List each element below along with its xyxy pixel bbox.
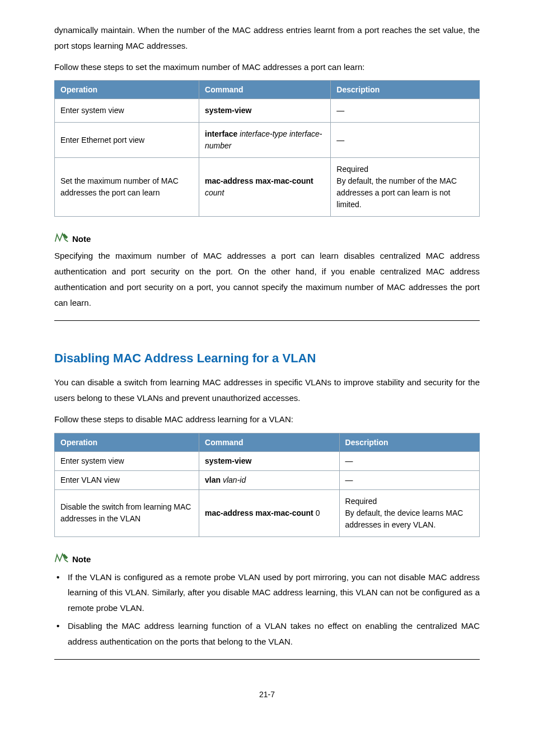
cell-command: mac-address max-mac-count 0 bbox=[199, 489, 339, 536]
cell-command: vlan vlan-id bbox=[199, 470, 339, 489]
col-header-command: Command bbox=[199, 433, 339, 451]
cmd-bold: vlan bbox=[205, 475, 221, 484]
cell-operation: Enter system view bbox=[55, 99, 199, 123]
cell-command: interface interface-type interface-numbe… bbox=[199, 123, 331, 158]
cell-operation: Enter VLAN view bbox=[55, 470, 199, 489]
intro-paragraph-1: dynamically maintain. When the number of… bbox=[54, 22, 480, 54]
cmd-tail: 0 bbox=[313, 508, 320, 517]
table-row: Enter VLAN view vlan vlan-id — bbox=[55, 470, 480, 489]
cell-description: — bbox=[331, 123, 480, 158]
note-label: Note bbox=[72, 554, 91, 564]
table-row: Enter Ethernet port view interface inter… bbox=[55, 123, 480, 158]
desc-required: Required bbox=[336, 164, 474, 175]
note-body: Specifying the maximum number of MAC add… bbox=[54, 248, 480, 310]
cell-description: — bbox=[339, 470, 479, 489]
desc-default: By default, the number of the MAC addres… bbox=[336, 175, 474, 211]
note-block-1: Note Specifying the maximum number of MA… bbox=[54, 232, 480, 321]
section-paragraph-1: You can disable a switch from learning M… bbox=[54, 375, 480, 406]
table-row: Enter system view system-view — bbox=[55, 451, 480, 470]
list-item: If the VLAN is configured as a remote pr… bbox=[54, 570, 480, 616]
note-pencil-icon bbox=[54, 553, 69, 564]
cmd-args: vlan-id bbox=[221, 475, 246, 484]
col-header-description: Description bbox=[331, 81, 480, 99]
cell-description: — bbox=[339, 451, 479, 470]
cell-description: Required By default, the device learns M… bbox=[339, 489, 479, 536]
command-table-1: Operation Command Description Enter syst… bbox=[54, 80, 480, 217]
note-header: Note bbox=[54, 553, 480, 564]
cell-command: mac-address max-mac-count count bbox=[199, 158, 331, 217]
list-item: Disabling the MAC address learning funct… bbox=[54, 618, 480, 650]
note-list: If the VLAN is configured as a remote pr… bbox=[54, 570, 480, 650]
cell-operation: Enter Ethernet port view bbox=[55, 123, 199, 158]
note-divider bbox=[54, 659, 480, 660]
cmd-bold: interface bbox=[205, 129, 237, 138]
cmd-bold: mac-address max-mac-count bbox=[205, 508, 313, 517]
table-header-row: Operation Command Description bbox=[55, 81, 480, 99]
cell-command: system-view bbox=[199, 451, 339, 470]
table-row: Set the maximum number of MAC addresses … bbox=[55, 158, 480, 217]
col-header-command: Command bbox=[199, 81, 331, 99]
cmd-args: count bbox=[205, 188, 224, 197]
page-container: dynamically maintain. When the number of… bbox=[54, 0, 480, 732]
desc-required: Required bbox=[345, 496, 474, 507]
intro-paragraph-2: Follow these steps to set the maximum nu… bbox=[54, 59, 480, 75]
command-table-2: Operation Command Description Enter syst… bbox=[54, 433, 480, 537]
cell-operation: Disable the switch from learning MAC add… bbox=[55, 489, 199, 536]
section-heading: Disabling MAC Address Learning for a VLA… bbox=[54, 351, 480, 366]
table-header-row: Operation Command Description bbox=[55, 433, 480, 451]
cell-operation: Set the maximum number of MAC addresses … bbox=[55, 158, 199, 217]
note-label: Note bbox=[72, 234, 91, 244]
page-number: 21-7 bbox=[54, 690, 480, 699]
cell-description: Required By default, the number of the M… bbox=[331, 158, 480, 217]
col-header-description: Description bbox=[339, 433, 479, 451]
note-pencil-icon bbox=[54, 232, 69, 244]
note-block-2: Note If the VLAN is configured as a remo… bbox=[54, 553, 480, 660]
table-row: Enter system view system-view — bbox=[55, 99, 480, 123]
cmd-bold: mac-address max-mac-count bbox=[205, 176, 313, 185]
desc-default: By default, the device learns MAC addres… bbox=[345, 507, 474, 531]
cell-operation: Enter system view bbox=[55, 451, 199, 470]
cell-command: system-view bbox=[199, 99, 331, 123]
section-paragraph-2: Follow these steps to disable MAC addres… bbox=[54, 412, 480, 427]
col-header-operation: Operation bbox=[55, 433, 199, 451]
cell-description: — bbox=[331, 99, 480, 123]
cmd-bold: system-view bbox=[205, 106, 251, 115]
cmd-bold: system-view bbox=[205, 456, 251, 465]
note-divider bbox=[54, 320, 480, 321]
col-header-operation: Operation bbox=[55, 81, 199, 99]
note-header: Note bbox=[54, 232, 480, 244]
table-row: Disable the switch from learning MAC add… bbox=[55, 489, 480, 536]
